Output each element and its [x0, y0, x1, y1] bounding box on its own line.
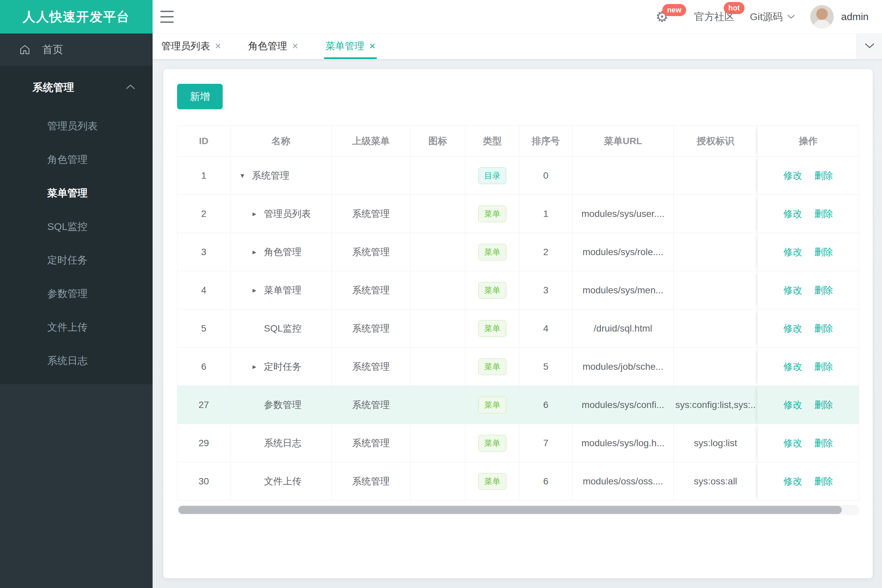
- column-header-ID: ID: [177, 126, 230, 156]
- sidebar-item-home[interactable]: 首页: [0, 33, 153, 66]
- top-header: 人人快速开发平台 ⚙ new 官方社区 hot Git源码 admin: [0, 0, 882, 33]
- sidebar-item-系统日志[interactable]: 系统日志: [0, 344, 153, 378]
- tree-toggle-icon[interactable]: ▾: [240, 171, 252, 180]
- menu-toggle-icon[interactable]: [160, 11, 174, 23]
- edit-link[interactable]: 修改: [783, 437, 802, 450]
- cell-auth: sys:oss:all: [674, 462, 757, 501]
- tab-管理员列表[interactable]: 管理员列表✕: [161, 33, 221, 59]
- type-badge: 菜单: [478, 282, 506, 299]
- tab-角色管理[interactable]: 角色管理✕: [248, 33, 299, 59]
- sidebar-item-菜单管理[interactable]: 菜单管理: [0, 176, 153, 210]
- type-badge: 菜单: [478, 435, 506, 452]
- edit-link[interactable]: 修改: [783, 207, 802, 220]
- header-right: ⚙ new 官方社区 hot Git源码 admin: [655, 0, 868, 33]
- tab-bar: 管理员列表✕角色管理✕菜单管理✕: [153, 33, 882, 59]
- menu-name: 参数管理: [264, 399, 302, 411]
- delete-link[interactable]: 删除: [814, 246, 833, 258]
- edit-link[interactable]: 修改: [783, 399, 802, 411]
- cell-icon: [410, 348, 466, 386]
- cell-auth: [674, 195, 757, 233]
- user-menu[interactable]: admin: [810, 5, 868, 28]
- edit-link[interactable]: 修改: [783, 169, 802, 182]
- main-content: 新增 ID名称上级菜单图标类型排序号菜单URL授权标识操作 1▾系统管理目录0修…: [153, 59, 882, 588]
- horizontal-scrollbar-track[interactable]: [177, 505, 859, 515]
- add-button[interactable]: 新增: [177, 84, 223, 109]
- edit-link[interactable]: 修改: [783, 360, 802, 373]
- delete-link[interactable]: 删除: [814, 284, 833, 297]
- cell-actions: 修改删除: [757, 348, 859, 386]
- cell-type: 目录: [466, 156, 520, 195]
- tree-toggle-icon[interactable]: ▸: [252, 248, 264, 256]
- horizontal-scrollbar-thumb[interactable]: [179, 506, 842, 514]
- delete-link[interactable]: 删除: [814, 437, 833, 450]
- git-source-menu[interactable]: Git源码: [750, 10, 795, 24]
- sidebar-item-SQL监控[interactable]: SQL监控: [0, 210, 153, 243]
- edit-link[interactable]: 修改: [783, 322, 802, 335]
- close-icon[interactable]: ✕: [292, 42, 299, 51]
- column-header-上级菜单: 上级菜单: [332, 126, 410, 156]
- cell-id: 29: [177, 424, 230, 462]
- delete-link[interactable]: 删除: [814, 169, 833, 182]
- type-badge: 菜单: [478, 358, 506, 375]
- delete-link[interactable]: 删除: [814, 475, 833, 488]
- tabs-dropdown-button[interactable]: [856, 33, 882, 59]
- sidebar-item-角色管理[interactable]: 角色管理: [0, 143, 153, 176]
- cell-parent-menu: 系统管理: [332, 271, 410, 309]
- tabs: 管理员列表✕角色管理✕菜单管理✕: [161, 33, 403, 59]
- type-badge: 菜单: [478, 244, 506, 261]
- tree-toggle-icon[interactable]: ▸: [252, 286, 264, 295]
- delete-link[interactable]: 删除: [814, 360, 833, 373]
- delete-link[interactable]: 删除: [814, 207, 833, 220]
- cell-menu-url: /druid/sql.html: [572, 309, 674, 348]
- cell-type: 菜单: [466, 271, 520, 309]
- tree-toggle-icon[interactable]: ▸: [252, 210, 264, 218]
- close-icon[interactable]: ✕: [369, 42, 376, 51]
- cell-type: 菜单: [466, 424, 520, 462]
- settings-button[interactable]: ⚙ new: [655, 9, 678, 24]
- sidebar: 首页 系统管理 管理员列表角色管理菜单管理SQL监控定时任务参数管理文件上传系统…: [0, 33, 153, 588]
- delete-link[interactable]: 删除: [814, 322, 833, 335]
- new-badge: new: [662, 4, 686, 16]
- cell-actions: 修改删除: [757, 233, 859, 271]
- sidebar-item-参数管理[interactable]: 参数管理: [0, 277, 153, 310]
- sidebar-home-label: 首页: [42, 43, 63, 57]
- column-header-操作: 操作: [757, 126, 859, 156]
- delete-link[interactable]: 删除: [814, 399, 833, 411]
- app-root: 人人快速开发平台 ⚙ new 官方社区 hot Git源码 admin: [0, 0, 882, 588]
- chevron-down-icon: [865, 43, 874, 50]
- sidebar-submenu: 管理员列表角色管理菜单管理SQL监控定时任务参数管理文件上传系统日志: [0, 109, 153, 378]
- cell-actions: 修改删除: [757, 156, 859, 195]
- community-link[interactable]: 官方社区 hot: [694, 10, 735, 24]
- cell-parent-menu: 系统管理: [332, 462, 410, 501]
- sidebar-group-header[interactable]: 系统管理: [0, 66, 153, 109]
- cell-id: 4: [177, 271, 230, 309]
- tab-菜单管理[interactable]: 菜单管理✕: [325, 33, 376, 59]
- sidebar-item-管理员列表[interactable]: 管理员列表: [0, 109, 153, 143]
- close-icon[interactable]: ✕: [215, 42, 221, 51]
- cell-order: 4: [520, 309, 572, 348]
- cell-icon: [410, 462, 466, 501]
- cell-actions: 修改删除: [757, 271, 859, 309]
- cell-order: 3: [520, 271, 572, 309]
- table-row: 3▸角色管理系统管理菜单2modules/sys/role....修改删除: [177, 233, 859, 271]
- cell-id: 3: [177, 233, 230, 271]
- sidebar-item-文件上传[interactable]: 文件上传: [0, 310, 153, 344]
- edit-link[interactable]: 修改: [783, 284, 802, 297]
- cell-menu-url: modules/sys/log.h...: [572, 424, 674, 462]
- edit-link[interactable]: 修改: [783, 475, 802, 488]
- column-header-名称: 名称: [230, 126, 332, 156]
- tree-toggle-icon[interactable]: ▸: [252, 362, 264, 371]
- cell-auth: [674, 271, 757, 309]
- content-card: 新增 ID名称上级菜单图标类型排序号菜单URL授权标识操作 1▾系统管理目录0修…: [163, 69, 873, 578]
- sidebar-item-定时任务[interactable]: 定时任务: [0, 243, 153, 277]
- username: admin: [841, 11, 868, 22]
- chevron-down-icon: [787, 14, 795, 19]
- menu-name: 文件上传: [264, 475, 302, 488]
- column-header-授权标识: 授权标识: [674, 126, 757, 156]
- cell-actions: 修改删除: [757, 462, 859, 501]
- edit-link[interactable]: 修改: [783, 246, 802, 258]
- cell-name: 参数管理: [230, 386, 332, 424]
- cell-auth: [674, 156, 757, 195]
- cell-menu-url: modules/sys/confi...: [572, 386, 674, 424]
- cell-menu-url: modules/sys/user....: [572, 195, 674, 233]
